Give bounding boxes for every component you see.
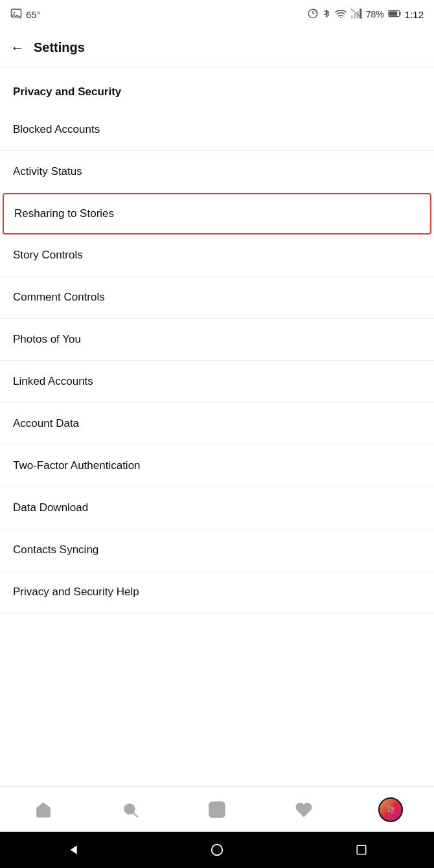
- svg-point-19: [387, 805, 391, 808]
- svg-rect-25: [358, 845, 367, 854]
- menu-item-resharing-to-stories[interactable]: Resharing to Stories: [3, 193, 431, 234]
- svg-rect-12: [399, 12, 400, 15]
- svg-point-1: [14, 12, 15, 13]
- svg-point-21: [387, 810, 390, 812]
- add-nav-button[interactable]: [201, 794, 233, 826]
- image-icon: [10, 8, 22, 21]
- home-nav-button[interactable]: [27, 794, 60, 826]
- menu-item-account-data[interactable]: Account Data: [0, 403, 434, 445]
- android-home-button[interactable]: [204, 837, 230, 863]
- svg-rect-7: [354, 14, 356, 19]
- menu-item-story-controls[interactable]: Story Controls: [0, 234, 434, 277]
- profile-nav-button[interactable]: [374, 794, 407, 826]
- menu-item-contacts-syncing[interactable]: Contacts Syncing: [0, 529, 434, 571]
- settings-content: Privacy and Security Blocked Accounts Ac…: [0, 67, 434, 786]
- android-recents-button[interactable]: [348, 837, 374, 863]
- search-nav-button[interactable]: [114, 794, 146, 826]
- signal-icon: [350, 8, 362, 21]
- time: 1:12: [405, 9, 424, 20]
- status-right: 78% 1:12: [308, 8, 424, 21]
- android-back-button[interactable]: [60, 837, 86, 863]
- svg-point-22: [391, 810, 394, 813]
- svg-line-15: [133, 812, 137, 816]
- temperature: 65°: [26, 9, 41, 20]
- top-bar: ← Settings: [0, 29, 434, 67]
- status-bar: 65° 78% 1:12: [0, 0, 434, 29]
- svg-rect-13: [389, 11, 397, 16]
- profile-avatar: [378, 797, 403, 822]
- status-left: 65°: [10, 8, 41, 21]
- bluetooth-icon: [322, 8, 331, 21]
- svg-point-5: [340, 16, 341, 17]
- wifi-icon: [335, 8, 347, 21]
- menu-item-blocked-accounts[interactable]: Blocked Accounts: [0, 109, 434, 151]
- section-header-privacy: Privacy and Security: [0, 67, 434, 109]
- menu-item-two-factor[interactable]: Two-Factor Authentication: [0, 445, 434, 487]
- back-button[interactable]: ←: [10, 40, 25, 56]
- battery-text: 78%: [366, 9, 384, 19]
- bottom-nav: [0, 786, 434, 832]
- svg-rect-6: [351, 16, 353, 19]
- menu-item-linked-accounts[interactable]: Linked Accounts: [0, 361, 434, 403]
- heart-nav-button[interactable]: [288, 794, 320, 826]
- screen-time-icon: [308, 8, 318, 21]
- menu-item-activity-status[interactable]: Activity Status: [0, 151, 434, 193]
- svg-point-24: [212, 845, 223, 856]
- page-title: Settings: [34, 40, 85, 55]
- menu-item-photos-of-you[interactable]: Photos of You: [0, 319, 434, 361]
- svg-marker-23: [70, 845, 76, 854]
- menu-item-privacy-help[interactable]: Privacy and Security Help: [0, 571, 434, 613]
- svg-point-20: [391, 806, 394, 810]
- menu-item-comment-controls[interactable]: Comment Controls: [0, 277, 434, 319]
- battery-icon: [388, 9, 401, 20]
- android-nav-bar: [0, 832, 434, 868]
- menu-item-data-download[interactable]: Data Download: [0, 487, 434, 529]
